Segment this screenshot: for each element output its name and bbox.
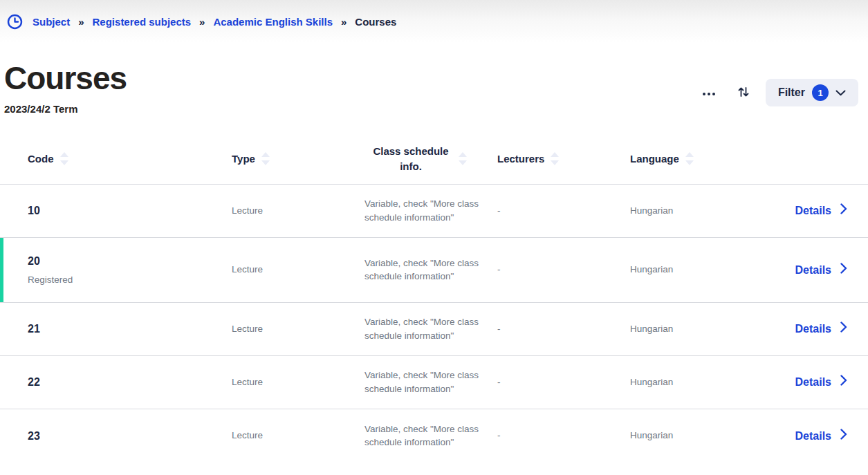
breadcrumb-current-courses: Courses [355,16,396,28]
breadcrumb-subject[interactable]: Subject [33,16,70,28]
details-link[interactable]: Details [795,374,847,390]
term-label: 2023/24/2 Term [4,103,127,115]
course-code: 23 [28,428,232,444]
breadcrumb: Subject » Registered subjects » Academic… [7,14,396,30]
course-code: 10 [28,203,232,218]
filter-label: Filter [778,86,805,99]
courses-table: Code Type Class schedule info. [0,134,868,463]
table-body: 10 Lecture Variable, check "More class s… [0,185,868,463]
class-schedule-info: Variable, check "More class schedule inf… [364,369,488,395]
breadcrumb-separator: » [199,16,205,28]
clock-icon [7,14,23,30]
sort-up-down-icon [737,86,750,100]
column-header-class-schedule-info[interactable]: Class schedule info. [364,144,497,174]
registered-status-label: Registered [28,273,232,287]
registered-indicator [0,238,3,302]
column-header-code[interactable]: Code [0,151,232,167]
page-title: Courses [4,61,127,96]
column-header-lecturers[interactable]: Lecturers [497,151,630,167]
course-type: Lecture [232,204,364,218]
code-cell: 20 Registered [0,253,232,287]
sort-arrows-icon [550,151,560,167]
details-label: Details [795,428,831,444]
language: Hungarian [630,322,763,336]
table-row: 22 Lecture Variable, check "More class s… [0,356,868,409]
details-cell: Details [763,262,868,278]
ellipsis-icon [702,88,716,98]
course-type: Lecture [232,375,364,389]
language: Hungarian [630,429,763,443]
code-cell: 21 [0,321,232,337]
lecturers: - [497,375,630,389]
table-row: 21 Lecture Variable, check "More class s… [0,303,868,356]
table-row: 20 Registered Lecture Variable, check "M… [0,238,868,303]
details-link[interactable]: Details [795,262,847,278]
chevron-right-icon [840,262,847,278]
details-cell: Details [763,203,868,218]
chevron-right-icon [840,428,847,444]
page-header: Courses 2023/24/2 Term Filter 1 [0,43,868,115]
course-type: Lecture [232,429,364,443]
details-cell: Details [763,321,868,337]
more-options-button[interactable] [696,80,721,105]
breadcrumb-separator: » [78,16,84,28]
table-header-row: Code Type Class schedule info. [0,134,868,185]
details-cell: Details [763,428,868,444]
code-cell: 10 [0,203,232,218]
course-code: 21 [28,321,232,337]
language: Hungarian [630,204,763,218]
class-schedule-info: Variable, check "More class schedule inf… [364,315,488,342]
details-label: Details [795,203,831,218]
chevron-right-icon [840,321,847,337]
course-type: Lecture [232,263,364,277]
sort-arrows-icon [59,151,69,167]
class-schedule-info: Variable, check "More class schedule inf… [364,257,488,283]
sort-arrows-icon [458,151,468,167]
chevron-right-icon [840,203,847,218]
sort-button[interactable] [731,80,756,105]
details-link[interactable]: Details [795,428,847,444]
sort-arrows-icon [261,151,270,167]
code-cell: 22 [0,374,232,390]
details-label: Details [795,374,831,390]
lecturers: - [497,204,630,218]
course-type: Lecture [232,322,364,336]
details-label: Details [795,321,831,337]
chevron-down-icon [835,86,846,99]
column-header-language[interactable]: Language [630,151,763,167]
course-code: 22 [28,374,232,390]
chevron-right-icon [840,374,847,390]
details-link[interactable]: Details [795,321,847,337]
sort-arrows-icon [685,151,694,167]
filter-count-badge: 1 [812,84,829,101]
table-row: 23 Lecture Variable, check "More class s… [0,409,868,463]
column-header-type[interactable]: Type [232,151,364,167]
class-schedule-info: Variable, check "More class schedule inf… [364,197,488,224]
language: Hungarian [630,375,763,389]
lecturers: - [497,263,630,277]
course-code: 20 [28,253,232,269]
lecturers: - [497,322,630,336]
code-cell: 23 [0,428,232,444]
toolbar: Filter 1 [696,79,858,106]
breadcrumb-separator: » [341,16,347,28]
details-link[interactable]: Details [795,203,847,218]
lecturers: - [497,429,630,443]
breadcrumb-bar: Subject » Registered subjects » Academic… [0,0,868,43]
details-label: Details [795,262,831,278]
filter-button[interactable]: Filter 1 [766,79,858,106]
breadcrumb-academic-english-skills[interactable]: Academic English Skills [213,16,333,28]
class-schedule-info: Variable, check "More class schedule inf… [364,422,488,449]
table-row: 10 Lecture Variable, check "More class s… [0,185,868,238]
language: Hungarian [630,263,763,277]
breadcrumb-registered-subjects[interactable]: Registered subjects [93,16,192,28]
details-cell: Details [763,374,868,390]
title-block: Courses 2023/24/2 Term [4,61,127,115]
